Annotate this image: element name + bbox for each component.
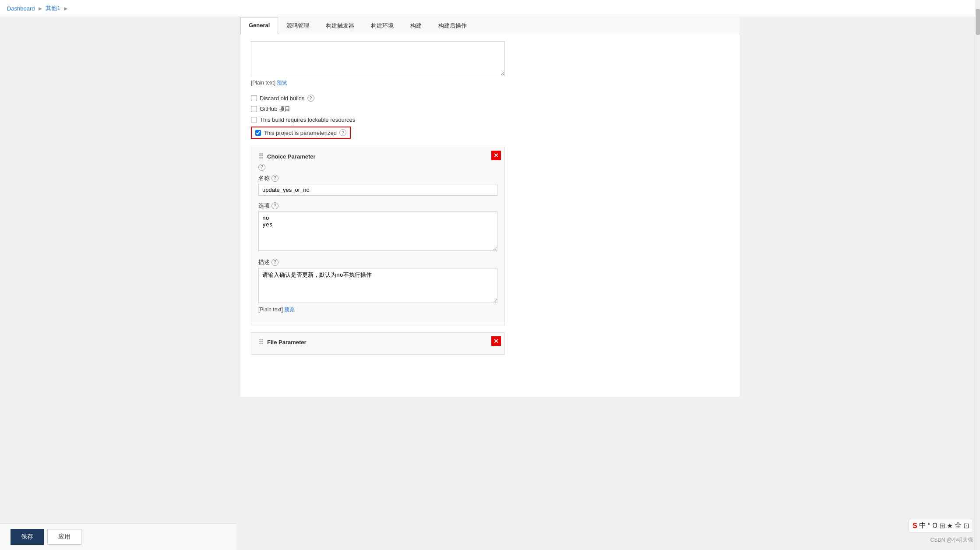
tab-post-build[interactable]: 构建后操作 xyxy=(430,17,475,34)
choice-param-close-button[interactable]: ✕ xyxy=(491,151,501,160)
choice-param-desc-textarea[interactable]: 请输入确认是否更新，默认为no不执行操作 xyxy=(258,268,497,303)
checkbox-row-github: GitHub 项目 xyxy=(251,105,729,113)
choice-param-desc-label-row: 描述 ? xyxy=(258,258,497,266)
choice-param-drag-handle[interactable]: ⠿ xyxy=(258,152,264,161)
choice-param-options-label: 选项 xyxy=(258,202,270,210)
breadcrumb-home[interactable]: Dashboard xyxy=(7,5,35,12)
choice-param-help-row: ? xyxy=(258,163,497,171)
choice-param-name-label-row: 名称 ? xyxy=(258,174,497,182)
tab-build-trigger[interactable]: 构建触发器 xyxy=(317,17,363,34)
tabs-container: General 源码管理 构建触发器 构建环境 构建 构建后操作 xyxy=(240,17,740,34)
github-project-checkbox[interactable] xyxy=(251,106,257,112)
tab-general[interactable]: General xyxy=(240,17,278,34)
tab-source[interactable]: 源码管理 xyxy=(278,17,317,34)
choice-param-help-icon[interactable]: ? xyxy=(258,164,265,171)
parameterized-help-icon[interactable]: ? xyxy=(339,129,346,136)
choice-param-desc-help-icon[interactable]: ? xyxy=(271,259,278,266)
choice-param-header: ⠿ Choice Parameter xyxy=(258,152,497,161)
choice-param-options-group: 选项 ? no yes xyxy=(258,202,497,252)
discard-old-builds-label: Discard old builds xyxy=(260,95,305,102)
choice-param-name-label: 名称 xyxy=(258,174,270,182)
top-description-textarea[interactable] xyxy=(251,41,505,76)
checkboxes-section: Discard old builds ? GitHub 项目 This buil… xyxy=(251,95,729,355)
choice-param-title: Choice Parameter xyxy=(267,153,316,160)
breadcrumb-arrow1: ► xyxy=(38,5,43,12)
file-param-header: ⠿ File Parameter xyxy=(258,338,497,346)
top-plain-text-label: [Plain text] xyxy=(251,80,275,86)
choice-param-plain-text-label: [Plain text] xyxy=(258,307,283,313)
choice-param-name-input[interactable] xyxy=(258,184,497,196)
lockable-resources-checkbox[interactable] xyxy=(251,117,257,123)
lockable-resources-label: This build requires lockable resources xyxy=(260,116,355,123)
choice-param-preview-link[interactable]: 预览 xyxy=(284,307,295,313)
top-description-field: [Plain text] 预览 xyxy=(251,41,729,87)
choice-param-plain-text-row: [Plain text] 预览 xyxy=(258,306,497,314)
top-preview-link[interactable]: 预览 xyxy=(277,80,287,86)
breadcrumb-arrow2: ► xyxy=(63,5,69,12)
choice-param-options-label-row: 选项 ? xyxy=(258,202,497,210)
parameterized-row: This project is parameterized ? xyxy=(251,127,351,139)
file-param-close-button[interactable]: ✕ xyxy=(491,336,501,346)
choice-parameter-panel: ✕ ⠿ Choice Parameter ? 名称 ? xyxy=(251,147,505,325)
discard-old-builds-checkbox[interactable] xyxy=(251,95,257,101)
choice-param-options-textarea[interactable]: no yes xyxy=(258,212,497,251)
file-parameter-panel: ✕ ⠿ File Parameter xyxy=(251,332,505,355)
scrollbar[interactable] xyxy=(975,0,980,397)
choice-param-name-group: 名称 ? xyxy=(258,174,497,196)
parameterized-container: This project is parameterized ? xyxy=(251,127,729,142)
main-content: General 源码管理 构建触发器 构建环境 构建 构建后操作 [Plain … xyxy=(240,17,740,397)
choice-param-desc-label: 描述 xyxy=(258,258,270,266)
tab-build-env[interactable]: 构建环境 xyxy=(363,17,402,34)
parameterized-checkbox[interactable] xyxy=(255,130,261,136)
github-project-label: GitHub 项目 xyxy=(260,105,290,113)
checkbox-row-discard: Discard old builds ? xyxy=(251,95,729,102)
file-param-title: File Parameter xyxy=(267,339,307,346)
discard-help-icon[interactable]: ? xyxy=(307,95,314,102)
content-area: [Plain text] 预览 Discard old builds ? Git… xyxy=(240,34,740,397)
checkbox-row-lockable: This build requires lockable resources xyxy=(251,116,729,123)
scrollbar-thumb[interactable] xyxy=(976,9,980,35)
choice-param-options-help-icon[interactable]: ? xyxy=(271,202,278,209)
parameterized-label: This project is parameterized xyxy=(264,130,337,136)
breadcrumb: Dashboard ► 其他1 ► xyxy=(0,0,980,17)
choice-param-name-help-icon[interactable]: ? xyxy=(271,175,278,182)
choice-param-desc-group: 描述 ? 请输入确认是否更新，默认为no不执行操作 [Plain text] 预… xyxy=(258,258,497,314)
top-plain-text-row: [Plain text] 预览 xyxy=(251,79,729,87)
tab-build[interactable]: 构建 xyxy=(402,17,430,34)
breadcrumb-item1[interactable]: 其他1 xyxy=(46,4,60,12)
file-param-drag-handle[interactable]: ⠿ xyxy=(258,338,264,346)
bottom-spacer xyxy=(251,355,729,390)
